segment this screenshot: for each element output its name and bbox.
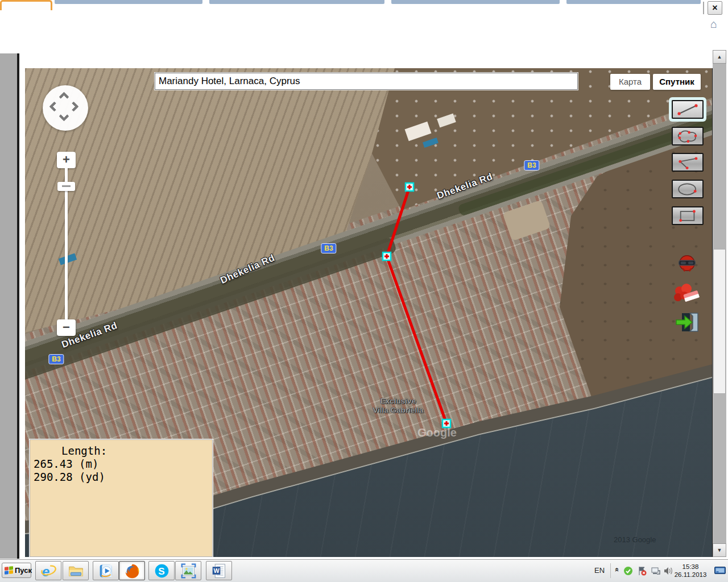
pan-down-icon[interactable] xyxy=(59,111,69,121)
scrollbar-down-button[interactable]: ▼ xyxy=(713,543,726,557)
tray-divider xyxy=(610,563,611,578)
measure-polyline-icon xyxy=(673,154,702,171)
measurement-result-panel: Length: 265.43 (m) 290.28 (yd) xyxy=(30,439,213,557)
zoom-out-icon: − xyxy=(63,320,70,334)
scrollbar-thumb[interactable] xyxy=(713,249,726,394)
volume-icon[interactable] xyxy=(663,566,673,576)
measure-polygon-icon xyxy=(673,128,702,144)
close-button[interactable]: × xyxy=(708,1,722,15)
tray-clock[interactable]: 15:38 26.11.2013 xyxy=(672,563,709,579)
left-panel-border xyxy=(17,53,19,559)
skype-icon: S xyxy=(154,563,170,579)
network-icon[interactable] xyxy=(651,566,660,576)
tray-time: 15:38 xyxy=(672,563,709,571)
length-yards: 290.28 (yd) xyxy=(34,471,212,484)
scroll-up-icon: ▲ xyxy=(717,54,722,60)
taskbar-media-player-button[interactable] xyxy=(93,561,119,580)
left-panel-strip xyxy=(0,53,17,559)
taskbar-word-button[interactable]: W xyxy=(206,561,232,580)
measurement-point-marker[interactable] xyxy=(442,419,450,427)
zoom-in-icon: + xyxy=(63,152,70,167)
browser-tab[interactable] xyxy=(209,0,384,4)
tool-rectangle-button[interactable] xyxy=(672,206,704,225)
exit-button[interactable] xyxy=(675,311,701,332)
image-viewer-icon xyxy=(180,563,197,579)
exit-door-icon xyxy=(675,311,701,334)
tool-ellipse-button[interactable] xyxy=(672,180,704,198)
taskbar-file-explorer-button[interactable] xyxy=(63,561,89,580)
pan-left-icon[interactable] xyxy=(49,101,59,111)
window-button-edge xyxy=(703,2,704,14)
word-icon: W xyxy=(211,563,228,579)
hidden-icons-chevron[interactable]: » xyxy=(612,568,621,572)
taskbar-firefox-button[interactable] xyxy=(119,561,145,580)
browser-tab[interactable] xyxy=(391,0,560,4)
zoom-in-button[interactable]: + xyxy=(57,152,76,168)
language-indicator[interactable]: EN xyxy=(594,566,605,575)
action-center-flag-icon[interactable] xyxy=(637,566,647,576)
measurement-line xyxy=(387,187,446,423)
tool-polygon-button[interactable] xyxy=(672,127,704,146)
pan-up-icon[interactable] xyxy=(59,92,69,102)
satellite-view-button[interactable]: Спутник xyxy=(653,74,701,90)
tool-polyline-button[interactable] xyxy=(672,153,704,172)
taskbar: Пуск e S W EN » 15:38 26.11 xyxy=(0,559,728,582)
media-player-icon xyxy=(98,563,114,579)
eraser-button[interactable] xyxy=(673,282,702,305)
tray-date: 26.11.2013 xyxy=(672,571,709,579)
measure-rectangle-icon xyxy=(673,207,702,224)
measurement-point-marker[interactable] xyxy=(406,183,413,191)
desktop: × ⌂ ▲ ▼ Dhekelia Rd Dhekelia Rd Dhekelia… xyxy=(0,0,728,582)
svg-text:e: e xyxy=(42,563,49,579)
taskbar-internet-explorer-button[interactable]: e xyxy=(35,561,61,580)
scrollbar-up-button[interactable]: ▲ xyxy=(713,50,726,64)
taskbar-image-viewer-button[interactable] xyxy=(175,561,201,580)
firefox-icon xyxy=(124,563,140,579)
tool-line-button[interactable] xyxy=(672,100,704,119)
length-meters: 265.43 (m) xyxy=(34,458,212,471)
measure-line-icon xyxy=(673,101,702,118)
scroll-down-icon: ▼ xyxy=(717,547,722,553)
browser-active-tab[interactable] xyxy=(0,0,52,10)
zoom-slider-handle[interactable] xyxy=(57,182,75,191)
glasses-icon xyxy=(677,253,697,273)
svg-text:W: W xyxy=(213,567,220,574)
internet-explorer-icon: e xyxy=(40,563,57,579)
zoom-slider-track[interactable] xyxy=(65,168,68,321)
pan-control[interactable] xyxy=(43,85,88,131)
measure-ellipse-icon xyxy=(673,181,702,197)
eraser-icon xyxy=(673,282,702,305)
length-heading: Length: xyxy=(61,444,212,458)
start-label: Пуск xyxy=(15,566,32,575)
zoom-out-button[interactable]: − xyxy=(57,319,76,336)
home-icon[interactable]: ⌂ xyxy=(708,18,719,30)
taskbar-skype-button[interactable]: S xyxy=(148,561,175,580)
pan-right-icon[interactable] xyxy=(68,101,78,111)
show-desktop-monitor-icon[interactable] xyxy=(714,567,726,575)
close-icon: × xyxy=(712,3,717,13)
windows-logo-icon xyxy=(5,566,13,575)
start-button[interactable]: Пуск xyxy=(2,563,31,578)
map-canvas[interactable]: Dhekelia Rd Dhekelia Rd Dhekelia Rd B3 B… xyxy=(25,68,712,557)
svg-text:S: S xyxy=(158,565,164,576)
measurement-point-marker[interactable] xyxy=(383,252,391,260)
map-view-button[interactable]: Карта xyxy=(610,74,650,90)
browser-tab[interactable] xyxy=(566,0,701,4)
browser-tab[interactable] xyxy=(55,0,202,4)
folder-icon xyxy=(68,563,84,579)
skype-status-icon[interactable] xyxy=(623,566,633,576)
search-input[interactable] xyxy=(155,73,578,90)
glasses-button[interactable] xyxy=(677,253,697,272)
